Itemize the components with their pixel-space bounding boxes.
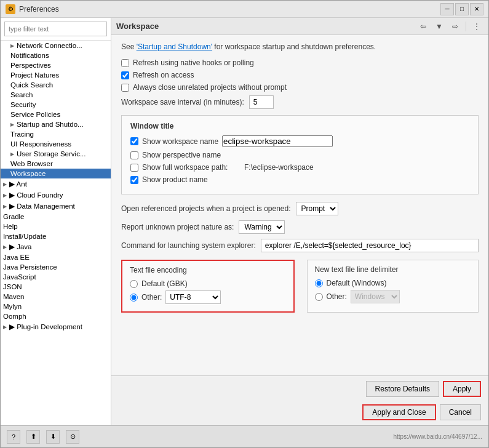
sidebar-item-mylyn[interactable]: Mylyn [1, 302, 111, 311]
sidebar-item-javascript[interactable]: JavaScript [1, 272, 111, 282]
sidebar-item-user-storage[interactable]: User Storage Servic... [1, 149, 111, 159]
refresh-access-label: Refresh on access [133, 71, 194, 79]
window-title-section-title: Window title [130, 122, 469, 130]
open-referenced-label: Open referenced projects when a project … [121, 204, 291, 213]
show-full-path-checkbox[interactable] [130, 164, 138, 172]
sidebar-item-search[interactable]: Search [1, 90, 111, 100]
show-full-path-row: Show full workspace path: F:\eclipse-wor… [130, 163, 469, 172]
line-delimiter-title: New text file line delimiter [315, 265, 471, 274]
delimiter-default-label: Default (Windows) [327, 279, 387, 287]
sidebar-item-security[interactable]: Security [1, 100, 111, 110]
sidebar-item-ui-responsiveness[interactable]: UI Responsiveness [1, 139, 111, 149]
command-explorer-label: Command for launching system explorer: [121, 241, 256, 250]
toolbar-separator [466, 22, 466, 31]
save-interval-label: Workspace save interval (in minutes): [121, 98, 244, 106]
always-close-checkbox[interactable] [121, 84, 129, 92]
sidebar-item-help[interactable]: Help [1, 222, 111, 231]
footer-url: https://www.baidu.cn/44697/12... [393, 433, 482, 440]
preferences-window: ⚙ Preferences ─ □ ✕ Network Connectio...… [0, 0, 489, 448]
sidebar-item-ant[interactable]: ▶ Ant [1, 178, 111, 190]
help-button[interactable]: ? [7, 430, 20, 444]
startup-shutdown-link[interactable]: 'Startup and Shutdown' [137, 42, 212, 51]
restore-defaults-button[interactable]: Restore Defaults [366, 381, 439, 397]
info-text: See 'Startup and Shutdown' for workspace… [121, 42, 479, 51]
report-unknown-select[interactable]: Warning Error Ignore [239, 220, 285, 234]
sidebar-item-startup[interactable]: Startup and Shutdo... [1, 119, 111, 129]
show-workspace-name-checkbox[interactable] [130, 137, 138, 145]
sidebar-item-notifications[interactable]: Notifications [1, 50, 111, 60]
encoding-default-row: Default (GBK) [130, 279, 286, 288]
sidebar-item-cloud-foundry[interactable]: ▶ Cloud Foundry [1, 190, 111, 201]
nav-dropdown-button[interactable]: ▼ [432, 20, 446, 33]
window-title-section: Window title Show workspace name Show pe… [121, 115, 479, 194]
menu-button[interactable]: ⋮ [470, 20, 483, 33]
sidebar-item-plugin-development[interactable]: ▶ Plug-in Development [1, 321, 111, 332]
sidebar-item-java-ee[interactable]: Java EE [1, 252, 111, 262]
cancel-button[interactable]: Cancel [440, 404, 481, 420]
save-interval-input[interactable] [249, 95, 274, 109]
sidebar-item-data-management[interactable]: ▶ Data Management [1, 201, 111, 212]
panel-toolbar: Workspace ⇦ ▼ ⇨ ⋮ [111, 18, 488, 35]
sidebar-item-json[interactable]: JSON [1, 282, 111, 292]
command-explorer-input[interactable] [261, 239, 479, 252]
show-perspective-name-checkbox[interactable] [130, 151, 138, 159]
delimiter-default-radio[interactable] [315, 279, 323, 287]
delimiter-other-radio[interactable] [315, 293, 323, 301]
settings-button[interactable]: ⊙ [66, 430, 79, 444]
show-perspective-name-label: Show perspective name [142, 151, 221, 159]
sidebar-item-java-persistence[interactable]: Java Persistence [1, 262, 111, 272]
titlebar: ⚙ Preferences ─ □ ✕ [1, 1, 488, 18]
import-button[interactable]: ⬇ [46, 430, 60, 444]
encoding-default-label: Default (GBK) [141, 279, 188, 288]
delimiter-other-label: Other: [327, 292, 347, 301]
sidebar-item-oomph[interactable]: Oomph [1, 311, 111, 321]
workspace-name-input[interactable] [222, 135, 333, 147]
window-controls: ─ □ ✕ [440, 3, 483, 15]
command-explorer-row: Command for launching system explorer: [121, 239, 479, 252]
footer: ? ⬆ ⬇ ⊙ https://www.baidu.cn/44697/12... [1, 425, 488, 447]
panel-title: Workspace [116, 22, 414, 31]
apply-close-button[interactable]: Apply and Close [362, 404, 435, 420]
encoding-other-row: Other: UTF-8 UTF-16 GBK ISO-8859-1 [130, 290, 286, 304]
tree-container: Network Connectio... Notifications Persp… [1, 41, 111, 425]
sidebar-item-quick-search[interactable]: Quick Search [1, 80, 111, 90]
export-button[interactable]: ⬆ [26, 430, 40, 444]
sidebar-item-maven[interactable]: Maven [1, 292, 111, 302]
sidebar-item-gradle[interactable]: Gradle [1, 212, 111, 222]
sidebar-item-tracing[interactable]: Tracing [1, 129, 111, 139]
delimiter-other-row: Other: Windows Unix Mac OS 9 [315, 290, 471, 303]
back-button[interactable]: ⇦ [416, 20, 430, 33]
close-button[interactable]: ✕ [470, 3, 483, 15]
open-referenced-row: Open referenced projects when a project … [121, 202, 479, 215]
full-path-value: F:\eclipse-workspace [244, 163, 314, 172]
refresh-native-row: Refresh using native hooks or polling [121, 58, 479, 67]
sidebar-item-project-natures[interactable]: Project Natures [1, 70, 111, 80]
open-referenced-select[interactable]: Prompt Always Never Close [296, 202, 338, 215]
sidebar-item-service-policies[interactable]: Service Policies [1, 110, 111, 119]
sidebar-item-perspectives[interactable]: Perspectives [1, 60, 111, 70]
search-input[interactable] [4, 22, 107, 36]
refresh-native-label: Refresh using native hooks or polling [133, 58, 254, 67]
sidebar-item-workspace[interactable]: Workspace [1, 169, 111, 178]
maximize-button[interactable]: □ [455, 3, 469, 15]
apply-button[interactable]: Apply [443, 381, 481, 397]
encoding-other-radio[interactable] [130, 294, 138, 302]
encoding-other-select[interactable]: UTF-8 UTF-16 GBK ISO-8859-1 [165, 290, 221, 304]
save-interval-group: Workspace save interval (in minutes): [121, 95, 479, 109]
forward-button[interactable]: ⇨ [448, 20, 462, 33]
sidebar-item-network[interactable]: Network Connectio... [1, 41, 111, 50]
refresh-access-checkbox[interactable] [121, 71, 129, 79]
delimiter-other-select[interactable]: Windows Unix Mac OS 9 [351, 290, 400, 303]
show-product-name-checkbox[interactable] [130, 176, 138, 184]
refresh-access-row: Refresh on access [121, 71, 479, 79]
always-close-row: Always close unrelated projects without … [121, 83, 479, 92]
minimize-button[interactable]: ─ [440, 3, 454, 15]
sidebar-item-java[interactable]: ▶ Java [1, 241, 111, 252]
sidebar-item-web-browser[interactable]: Web Browser [1, 159, 111, 169]
refresh-native-checkbox[interactable] [121, 59, 129, 67]
encoding-other-label: Other: [141, 293, 162, 302]
sidebar-item-install-update[interactable]: Install/Update [1, 231, 111, 241]
bottom-buttons: Restore Defaults Apply [111, 375, 488, 402]
encoding-default-radio[interactable] [130, 280, 138, 288]
show-full-path-label: Show full workspace path: [142, 163, 241, 172]
